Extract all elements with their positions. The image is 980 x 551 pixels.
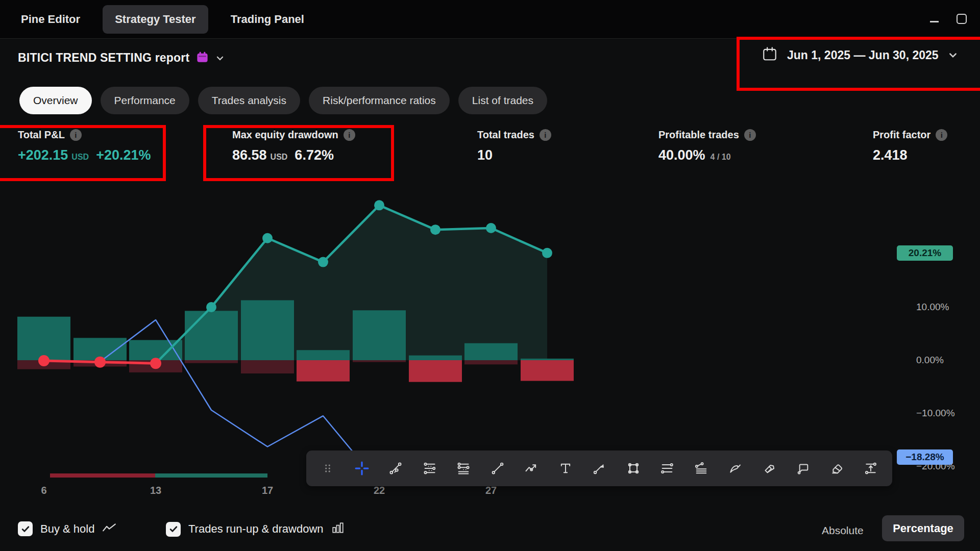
report-selector[interactable]: BITICI TREND SETTING report bbox=[18, 50, 225, 66]
checkbox-label: Trades run-up & drawdown bbox=[188, 522, 324, 536]
tool-text-button[interactable] bbox=[553, 456, 578, 481]
runup-bar bbox=[409, 356, 462, 360]
drawdown-bar bbox=[17, 360, 70, 369]
brush-icon bbox=[728, 461, 742, 475]
stat-max-equity-drawdown: Max equity drawdown86.58USD6.72% bbox=[232, 129, 477, 163]
x-tick-label: 6 bbox=[29, 485, 59, 496]
line-icon bbox=[491, 461, 505, 475]
highlighter-icon bbox=[762, 461, 776, 475]
stat-total-trades: Total trades10 bbox=[477, 129, 658, 163]
checkbox-trades-run-up-drawdown[interactable] bbox=[166, 522, 181, 537]
info-icon[interactable] bbox=[70, 129, 82, 141]
buy-hold-line bbox=[44, 320, 359, 459]
info-icon[interactable] bbox=[744, 129, 756, 141]
axis-badge-current-equity: 20.21% bbox=[897, 245, 953, 261]
tool-trend-line-button[interactable] bbox=[383, 456, 408, 481]
runup-bar bbox=[297, 350, 350, 360]
editor-tab-trading-panel[interactable]: Trading Panel bbox=[228, 6, 307, 33]
stat-unit: USD bbox=[271, 153, 288, 162]
editor-tab-strategy-tester[interactable]: Strategy Tester bbox=[103, 5, 208, 34]
stat-label: Total trades bbox=[477, 129, 534, 141]
y-tick-label: −20.00% bbox=[916, 461, 955, 472]
checkbox-buy-hold[interactable] bbox=[18, 521, 33, 536]
tool-eraser-button[interactable] bbox=[825, 456, 849, 481]
stat-profitable-trades: Profitable trades40.00%4 / 10 bbox=[658, 129, 873, 163]
absolute-mode-button[interactable]: Absolute bbox=[817, 521, 869, 540]
drawdown-bar bbox=[521, 360, 574, 381]
multi-lines-icon bbox=[694, 461, 708, 475]
info-icon[interactable] bbox=[344, 129, 355, 141]
report-section-tabs: OverviewPerformanceTrades analysisRisk/p… bbox=[19, 87, 547, 114]
text-icon bbox=[558, 461, 573, 475]
losing-trade-dot bbox=[94, 357, 106, 368]
stat-value: +202.15 bbox=[18, 147, 68, 163]
tab-overview[interactable]: Overview bbox=[19, 87, 92, 114]
trend-line-icon bbox=[388, 461, 403, 475]
fib-retracement-icon bbox=[423, 461, 437, 475]
drawing-toolbar bbox=[306, 450, 892, 486]
tool-highlighter-button[interactable] bbox=[757, 456, 781, 481]
tab-performance[interactable]: Performance bbox=[101, 87, 189, 114]
tool-brush-button[interactable] bbox=[723, 456, 747, 481]
tool-rectangle-button[interactable] bbox=[621, 456, 646, 481]
drag-handle-icon bbox=[321, 462, 334, 475]
pnl-stripe-positive bbox=[155, 473, 267, 478]
tab-risk-performance-ratios[interactable]: Risk/performance ratios bbox=[309, 87, 450, 114]
toolbar-drag-handle[interactable] bbox=[315, 456, 340, 481]
stat-label: Max equity drawdown bbox=[232, 129, 338, 141]
runup-bar bbox=[129, 340, 182, 360]
percentage-mode-button[interactable]: Percentage bbox=[882, 515, 964, 541]
minimize-icon bbox=[930, 21, 939, 22]
info-icon[interactable] bbox=[936, 129, 947, 141]
pnl-stripe-negative bbox=[50, 473, 155, 478]
report-title: BITICI TREND SETTING report bbox=[18, 51, 189, 65]
equity-dot bbox=[542, 248, 552, 258]
y-tick-label: −10.00% bbox=[916, 408, 955, 419]
tool-price-range-button[interactable] bbox=[859, 456, 883, 481]
axis-badge-buy-hold-current: −18.28% bbox=[897, 449, 953, 465]
equity-loss-line bbox=[44, 361, 156, 363]
arrow-marker-icon bbox=[592, 461, 606, 475]
price-range-icon bbox=[864, 461, 878, 475]
equity-dot bbox=[486, 223, 496, 233]
editor-tab-pine-editor[interactable]: Pine Editor bbox=[18, 6, 83, 33]
date-range-label: Jun 1, 2025 — Jun 30, 2025 bbox=[787, 48, 939, 62]
window-controls bbox=[928, 0, 969, 39]
drawdown-bar bbox=[241, 360, 294, 373]
stat-secondary: +20.21% bbox=[96, 147, 151, 163]
tool-callout-button[interactable] bbox=[791, 456, 815, 481]
equity-dot bbox=[206, 302, 216, 312]
calendar-purple-icon bbox=[195, 50, 209, 66]
runup-bar bbox=[185, 311, 238, 360]
fib-extension-icon bbox=[456, 461, 471, 475]
minimize-button[interactable] bbox=[928, 13, 941, 26]
losing-trade-dot bbox=[150, 358, 161, 369]
y-tick-label: 0.00% bbox=[916, 355, 944, 366]
maximize-button[interactable] bbox=[955, 13, 969, 26]
tool-arrow-marker-button[interactable] bbox=[587, 456, 611, 481]
stat-label: Total P&L bbox=[18, 129, 65, 141]
strategy-tester-panel: Pine EditorStrategy TesterTrading Panel … bbox=[0, 0, 980, 551]
stat-label: Profitable trades bbox=[658, 129, 739, 141]
equity-area-fill bbox=[156, 205, 547, 363]
stat-value: 86.58 bbox=[232, 147, 267, 163]
tool-crosshair-button[interactable] bbox=[350, 456, 374, 481]
tool-fib-extension-button[interactable] bbox=[451, 456, 476, 481]
tool-horizontal-lines-button[interactable] bbox=[655, 456, 679, 481]
info-icon[interactable] bbox=[540, 129, 551, 141]
date-range-selector[interactable]: Jun 1, 2025 — Jun 30, 2025 bbox=[762, 46, 958, 64]
tool-line-button[interactable] bbox=[485, 456, 510, 481]
tool-polyline-arrow-button[interactable] bbox=[519, 456, 544, 481]
editor-tab-bar: Pine EditorStrategy TesterTrading Panel bbox=[0, 0, 980, 39]
toggle-group-buy-hold: Buy & hold bbox=[18, 521, 116, 536]
tool-fib-retracement-button[interactable] bbox=[418, 456, 442, 481]
x-tick-label: 27 bbox=[476, 485, 506, 496]
tool-multi-lines-button[interactable] bbox=[689, 456, 714, 481]
stats-row: Total P&L+202.15USD+20.21%Max equity dra… bbox=[18, 129, 947, 163]
x-tick-label: 22 bbox=[364, 485, 395, 496]
tab-list-of-trades[interactable]: List of trades bbox=[458, 87, 547, 114]
runup-bar bbox=[353, 310, 406, 360]
runup-bar bbox=[17, 317, 70, 360]
tab-trades-analysis[interactable]: Trades analysis bbox=[198, 87, 300, 114]
drawdown-bar bbox=[409, 360, 462, 382]
